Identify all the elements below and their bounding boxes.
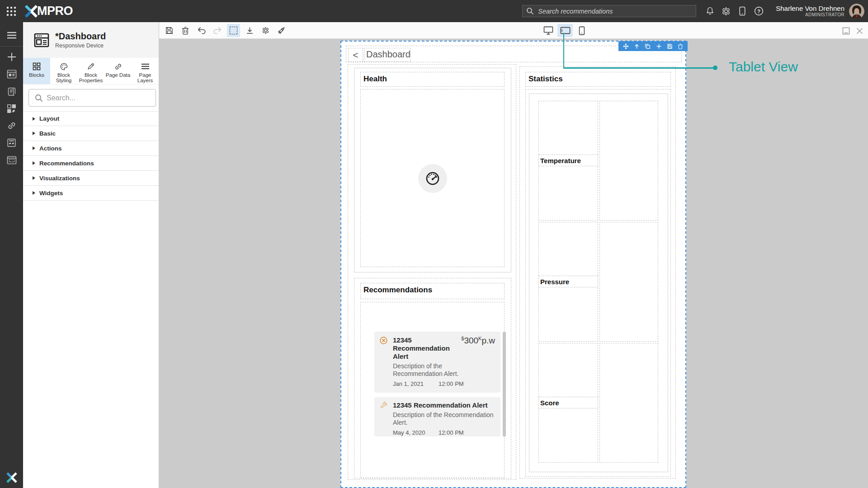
dashboard-page-icon bbox=[34, 33, 49, 47]
user-menu[interactable]: Sharlene Von Drehnen ADMINISTRATOR bbox=[776, 5, 844, 18]
tablet-view-button[interactable] bbox=[557, 24, 573, 37]
recommendation-date: May 4, 2020 bbox=[393, 429, 439, 436]
tab-blocks[interactable]: Blocks bbox=[23, 58, 50, 84]
add-button[interactable] bbox=[656, 43, 662, 49]
save-block-button[interactable] bbox=[667, 43, 673, 49]
recommendation-footer: May 4, 202012:00 PM bbox=[393, 429, 495, 436]
redo-icon bbox=[213, 27, 222, 35]
section-actions[interactable]: Actions bbox=[23, 141, 159, 156]
tab-page-data[interactable]: Page Data bbox=[104, 58, 132, 84]
plus-icon bbox=[7, 52, 17, 62]
move-up-button[interactable] bbox=[634, 43, 640, 49]
avatar[interactable] bbox=[849, 4, 864, 19]
sidebar-item-scripts[interactable] bbox=[0, 83, 23, 100]
caret-right-icon bbox=[33, 146, 35, 150]
statistics-title-block[interactable]: Statistics bbox=[525, 72, 671, 87]
stat-cell[interactable] bbox=[599, 222, 658, 342]
app-grid-icon[interactable] bbox=[5, 5, 17, 17]
close-button[interactable] bbox=[854, 26, 864, 36]
stat-label-pressure[interactable]: Pressure bbox=[538, 276, 598, 287]
trash-icon bbox=[181, 26, 189, 35]
recommendations-content-block[interactable]: 12345 Recommendation Alert $300Kp.w Desc… bbox=[360, 302, 505, 478]
delete-button[interactable] bbox=[179, 24, 192, 37]
scroll-icon bbox=[7, 87, 16, 96]
list-scrollbar[interactable] bbox=[503, 332, 506, 436]
help-button[interactable]: ? bbox=[753, 6, 764, 17]
page-subtitle: Responsive Device bbox=[55, 42, 106, 49]
search-icon bbox=[526, 7, 534, 15]
stat-label-temperature[interactable]: Temperature bbox=[538, 155, 598, 166]
sidebar-item-dashboards[interactable] bbox=[0, 66, 23, 83]
gauge-placeholder bbox=[418, 164, 447, 193]
section-widgets[interactable]: Widgets bbox=[23, 186, 159, 201]
move-button[interactable] bbox=[623, 43, 629, 49]
calculator-icon bbox=[7, 138, 16, 147]
settings-button[interactable] bbox=[259, 24, 272, 37]
global-search bbox=[522, 5, 696, 17]
section-recommendations[interactable]: Recommendations bbox=[23, 156, 159, 171]
tab-block-styling[interactable]: Block Styling bbox=[50, 58, 77, 84]
search-input[interactable] bbox=[522, 5, 696, 17]
maximize-button[interactable] bbox=[841, 26, 851, 36]
section-basic[interactable]: Basic bbox=[23, 126, 159, 141]
xmpro-x-logo[interactable] bbox=[0, 472, 23, 483]
block-search-input[interactable] bbox=[47, 94, 156, 102]
tab-block-properties[interactable]: Block Properties bbox=[77, 58, 104, 84]
blocks-icon bbox=[7, 104, 16, 113]
rocket-icon bbox=[277, 26, 286, 35]
recommendation-item[interactable]: 12345 Recommendation Alert Description o… bbox=[374, 397, 500, 436]
stat-label-score[interactable]: Score bbox=[538, 397, 598, 408]
recommendation-title: 12345 Recommendation Alert bbox=[393, 336, 448, 361]
desktop-view-button[interactable] bbox=[541, 24, 556, 37]
mobile-view-button[interactable] bbox=[575, 24, 589, 37]
health-title-block[interactable]: Health bbox=[360, 72, 505, 87]
save-button[interactable] bbox=[163, 24, 176, 37]
top-bar: MPRO ? Sharlene Von Drehnen ADMI bbox=[0, 0, 868, 22]
menu-button[interactable] bbox=[0, 27, 23, 44]
add-button[interactable] bbox=[0, 48, 23, 66]
hamburger-icon bbox=[7, 32, 17, 39]
alert-cancel-icon bbox=[380, 337, 387, 344]
gear-icon bbox=[721, 6, 731, 16]
statistics-card[interactable]: Statistics Temperature Pressure Score bbox=[519, 66, 676, 479]
sidebar-item-blocks[interactable] bbox=[0, 100, 23, 117]
delete-block-button[interactable] bbox=[678, 43, 683, 49]
sidebar-item-pages[interactable] bbox=[0, 151, 23, 169]
download-button[interactable] bbox=[243, 24, 256, 37]
recommendation-item[interactable]: 12345 Recommendation Alert $300Kp.w Desc… bbox=[374, 332, 500, 393]
health-content-block[interactable] bbox=[360, 89, 505, 267]
tab-page-layers[interactable]: Page Layers bbox=[132, 58, 159, 84]
section-layout[interactable]: Layout bbox=[23, 111, 159, 126]
caret-right-icon bbox=[33, 191, 35, 195]
health-card[interactable]: Health bbox=[354, 68, 511, 272]
recommendation-description: Description of the Recommendation Alert. bbox=[393, 362, 467, 378]
select-tool-button[interactable] bbox=[227, 24, 240, 37]
stat-cell[interactable] bbox=[599, 101, 658, 221]
mobile-app-button[interactable] bbox=[737, 6, 748, 17]
save-icon bbox=[165, 26, 174, 35]
publish-button[interactable] bbox=[275, 24, 288, 37]
pencil-icon bbox=[87, 62, 95, 71]
health-title: Health bbox=[361, 72, 504, 84]
recommendations-card[interactable]: Recommendations 12345 Recommendation Ale… bbox=[354, 278, 511, 479]
back-button-block[interactable]: < bbox=[348, 48, 363, 62]
undo-button[interactable] bbox=[195, 24, 208, 37]
block-categories: Layout Basic Actions Recommendations Vis… bbox=[23, 111, 159, 201]
section-visualizations[interactable]: Visualizations bbox=[23, 171, 159, 186]
settings-button-top[interactable] bbox=[721, 6, 731, 17]
recommendation-description: Description of the Recommendation Alert. bbox=[393, 411, 504, 427]
duplicate-button[interactable] bbox=[645, 43, 651, 49]
notifications-button[interactable] bbox=[704, 6, 715, 17]
recommendation-date: Jan 1, 2021 bbox=[393, 380, 439, 387]
redo-button[interactable] bbox=[211, 24, 224, 37]
canvas-title-block[interactable]: Dashboard bbox=[364, 48, 411, 62]
search-icon bbox=[35, 94, 43, 102]
left-column-block[interactable]: Health bbox=[348, 64, 516, 480]
sidebar-item-connections[interactable] bbox=[0, 117, 23, 134]
designer-toolbar bbox=[159, 22, 868, 39]
recommendations-title-block[interactable]: Recommendations bbox=[360, 283, 505, 299]
sidebar-item-widgets[interactable] bbox=[0, 134, 23, 151]
xmpro-designer-screen: MPRO ? Sharlene Von Drehnen ADMI bbox=[0, 0, 868, 488]
stat-cell[interactable] bbox=[599, 343, 658, 463]
dashboard-artboard[interactable]: < Dashboard Health bbox=[340, 41, 686, 488]
